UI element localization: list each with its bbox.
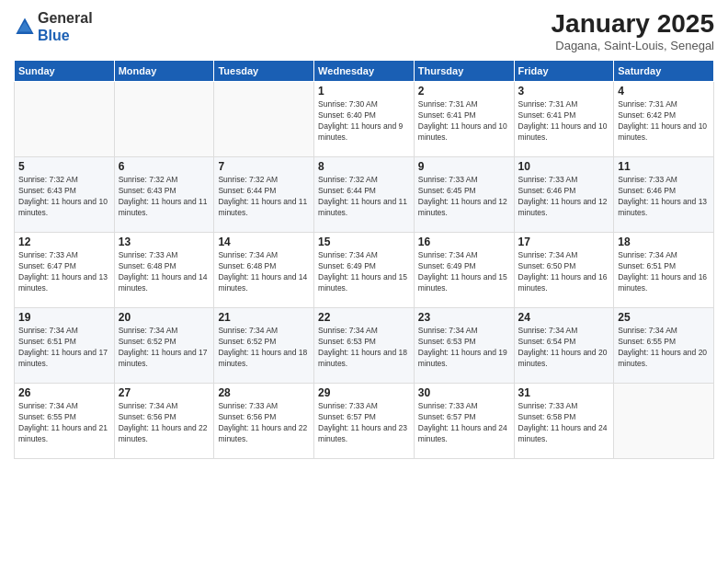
table-row: 20Sunrise: 7:34 AM Sunset: 6:52 PM Dayli…: [114, 308, 214, 384]
day-info: Sunrise: 7:34 AM Sunset: 6:48 PM Dayligh…: [218, 250, 310, 294]
week-row-0: 1Sunrise: 7:30 AM Sunset: 6:40 PM Daylig…: [15, 82, 714, 157]
table-row: 21Sunrise: 7:34 AM Sunset: 6:52 PM Dayli…: [214, 308, 314, 384]
table-row: 3Sunrise: 7:31 AM Sunset: 6:41 PM Daylig…: [514, 82, 614, 157]
calendar: Sunday Monday Tuesday Wednesday Thursday…: [14, 60, 714, 459]
day-number: 5: [18, 160, 110, 173]
table-row: 15Sunrise: 7:34 AM Sunset: 6:49 PM Dayli…: [314, 233, 415, 308]
day-number: 13: [119, 236, 210, 248]
day-info: Sunrise: 7:31 AM Sunset: 6:41 PM Dayligh…: [518, 99, 610, 144]
day-info: Sunrise: 7:34 AM Sunset: 6:53 PM Dayligh…: [418, 326, 510, 370]
table-row: 11Sunrise: 7:33 AM Sunset: 6:46 PM Dayli…: [614, 157, 714, 233]
day-info: Sunrise: 7:33 AM Sunset: 6:45 PM Dayligh…: [418, 175, 510, 219]
day-info: Sunrise: 7:34 AM Sunset: 6:51 PM Dayligh…: [618, 250, 710, 294]
day-number: 6: [119, 160, 210, 173]
day-number: 1: [318, 85, 410, 98]
day-number: 26: [18, 386, 110, 399]
header-monday: Monday: [114, 61, 214, 82]
header-sunday: Sunday: [15, 61, 115, 82]
table-row: 4Sunrise: 7:31 AM Sunset: 6:42 PM Daylig…: [614, 82, 714, 157]
day-info: Sunrise: 7:30 AM Sunset: 6:40 PM Dayligh…: [318, 99, 410, 144]
day-number: 3: [518, 85, 610, 98]
header-saturday: Saturday: [614, 61, 714, 82]
logo-text: General Blue: [38, 9, 93, 44]
day-number: 2: [418, 85, 510, 98]
day-info: Sunrise: 7:33 AM Sunset: 6:46 PM Dayligh…: [518, 175, 610, 219]
day-info: Sunrise: 7:34 AM Sunset: 6:49 PM Dayligh…: [418, 250, 510, 294]
header: General Blue January 2025 Dagana, Saint-…: [14, 9, 714, 52]
day-info: Sunrise: 7:34 AM Sunset: 6:53 PM Dayligh…: [318, 326, 410, 370]
day-info: Sunrise: 7:34 AM Sunset: 6:49 PM Dayligh…: [318, 250, 410, 294]
table-row: 2Sunrise: 7:31 AM Sunset: 6:41 PM Daylig…: [414, 82, 514, 157]
day-number: 16: [418, 236, 510, 248]
table-row: 5Sunrise: 7:32 AM Sunset: 6:43 PM Daylig…: [15, 157, 115, 233]
table-row: [214, 82, 314, 157]
day-info: Sunrise: 7:32 AM Sunset: 6:44 PM Dayligh…: [318, 175, 410, 219]
day-number: 23: [418, 311, 510, 324]
day-number: 25: [618, 311, 710, 324]
day-info: Sunrise: 7:33 AM Sunset: 6:58 PM Dayligh…: [518, 401, 610, 445]
day-number: 29: [318, 386, 410, 399]
day-number: 27: [119, 386, 210, 399]
day-number: 4: [618, 85, 710, 98]
table-row: 18Sunrise: 7:34 AM Sunset: 6:51 PM Dayli…: [614, 233, 714, 308]
table-row: 9Sunrise: 7:33 AM Sunset: 6:45 PM Daylig…: [414, 157, 514, 233]
day-info: Sunrise: 7:31 AM Sunset: 6:42 PM Dayligh…: [618, 99, 710, 144]
week-row-1: 5Sunrise: 7:32 AM Sunset: 6:43 PM Daylig…: [15, 157, 714, 233]
week-row-2: 12Sunrise: 7:33 AM Sunset: 6:47 PM Dayli…: [15, 233, 714, 308]
table-row: 14Sunrise: 7:34 AM Sunset: 6:48 PM Dayli…: [214, 233, 314, 308]
table-row: 28Sunrise: 7:33 AM Sunset: 6:56 PM Dayli…: [214, 384, 314, 459]
table-row: 6Sunrise: 7:32 AM Sunset: 6:43 PM Daylig…: [114, 157, 214, 233]
table-row: 25Sunrise: 7:34 AM Sunset: 6:55 PM Dayli…: [614, 308, 714, 384]
table-row: [15, 82, 115, 157]
table-row: 27Sunrise: 7:34 AM Sunset: 6:56 PM Dayli…: [114, 384, 214, 459]
day-info: Sunrise: 7:34 AM Sunset: 6:55 PM Dayligh…: [18, 401, 110, 445]
table-row: 31Sunrise: 7:33 AM Sunset: 6:58 PM Dayli…: [514, 384, 614, 459]
day-info: Sunrise: 7:32 AM Sunset: 6:43 PM Dayligh…: [119, 175, 210, 219]
table-row: 24Sunrise: 7:34 AM Sunset: 6:54 PM Dayli…: [514, 308, 614, 384]
logo-blue: Blue: [38, 28, 70, 43]
day-number: 11: [618, 160, 710, 173]
table-row: 17Sunrise: 7:34 AM Sunset: 6:50 PM Dayli…: [514, 233, 614, 308]
day-info: Sunrise: 7:33 AM Sunset: 6:48 PM Dayligh…: [119, 250, 210, 294]
table-row: 30Sunrise: 7:33 AM Sunset: 6:57 PM Dayli…: [414, 384, 514, 459]
title-block: January 2025 Dagana, Saint-Louis, Senega…: [552, 9, 714, 52]
table-row: 19Sunrise: 7:34 AM Sunset: 6:51 PM Dayli…: [15, 308, 115, 384]
day-number: 20: [119, 311, 210, 324]
table-row: 13Sunrise: 7:33 AM Sunset: 6:48 PM Dayli…: [114, 233, 214, 308]
day-number: 30: [418, 386, 510, 399]
day-number: 31: [518, 386, 610, 399]
logo: General Blue: [14, 9, 93, 44]
header-tuesday: Tuesday: [214, 61, 314, 82]
day-number: 8: [318, 160, 410, 173]
header-wednesday: Wednesday: [314, 61, 415, 82]
table-row: 7Sunrise: 7:32 AM Sunset: 6:44 PM Daylig…: [214, 157, 314, 233]
day-info: Sunrise: 7:34 AM Sunset: 6:55 PM Dayligh…: [618, 326, 710, 370]
day-info: Sunrise: 7:33 AM Sunset: 6:56 PM Dayligh…: [218, 401, 310, 445]
day-info: Sunrise: 7:34 AM Sunset: 6:51 PM Dayligh…: [18, 326, 110, 370]
page: General Blue January 2025 Dagana, Saint-…: [0, 0, 728, 563]
day-info: Sunrise: 7:34 AM Sunset: 6:52 PM Dayligh…: [119, 326, 210, 370]
day-info: Sunrise: 7:33 AM Sunset: 6:57 PM Dayligh…: [318, 401, 410, 445]
header-friday: Friday: [514, 61, 614, 82]
day-info: Sunrise: 7:33 AM Sunset: 6:46 PM Dayligh…: [618, 175, 710, 219]
day-info: Sunrise: 7:34 AM Sunset: 6:50 PM Dayligh…: [518, 250, 610, 294]
day-number: 12: [18, 236, 110, 248]
location: Dagana, Saint-Louis, Senegal: [552, 39, 714, 52]
day-number: 15: [318, 236, 410, 248]
month-title: January 2025: [552, 9, 714, 39]
day-info: Sunrise: 7:32 AM Sunset: 6:44 PM Dayligh…: [218, 175, 310, 219]
day-info: Sunrise: 7:33 AM Sunset: 6:47 PM Dayligh…: [18, 250, 110, 294]
table-row: 23Sunrise: 7:34 AM Sunset: 6:53 PM Dayli…: [414, 308, 514, 384]
day-info: Sunrise: 7:33 AM Sunset: 6:57 PM Dayligh…: [418, 401, 510, 445]
weekday-header-row: Sunday Monday Tuesday Wednesday Thursday…: [15, 61, 714, 82]
day-number: 10: [518, 160, 610, 173]
day-number: 9: [418, 160, 510, 173]
day-info: Sunrise: 7:34 AM Sunset: 6:56 PM Dayligh…: [119, 401, 210, 445]
header-thursday: Thursday: [414, 61, 514, 82]
day-number: 24: [518, 311, 610, 324]
table-row: 26Sunrise: 7:34 AM Sunset: 6:55 PM Dayli…: [15, 384, 115, 459]
week-row-4: 26Sunrise: 7:34 AM Sunset: 6:55 PM Dayli…: [15, 384, 714, 459]
day-number: 28: [218, 386, 310, 399]
week-row-3: 19Sunrise: 7:34 AM Sunset: 6:51 PM Dayli…: [15, 308, 714, 384]
table-row: [614, 384, 714, 459]
